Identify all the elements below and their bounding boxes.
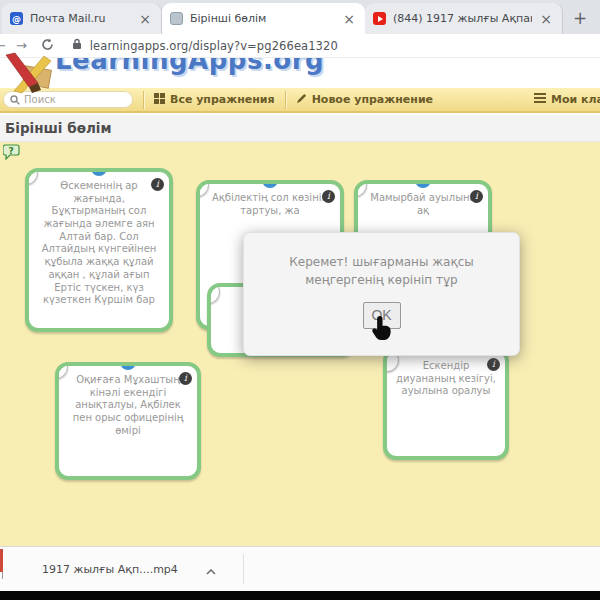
tab-mailru[interactable]: @ Почта Mail.ru × [2,3,162,34]
menu-my-classes[interactable]: Мои кла [534,93,600,106]
info-icon[interactable]: i [487,358,500,371]
menu-label: Все упражнения [170,93,275,106]
menu-all-exercises[interactable]: Все упражнения [154,93,275,107]
tab-title: Бірінші бөлім [190,12,335,25]
menu-divider [143,91,144,109]
close-icon[interactable]: × [538,13,554,25]
browser-window: @ Почта Mail.ru × Бірінші бөлім × (844) … [0,0,600,600]
bottom-black-bar [0,591,600,600]
exercise-card-4[interactable]: 4 i Оқиғаға Мұхаштың кінәлі екендігі аны… [55,362,201,480]
close-icon[interactable]: × [341,13,357,25]
mailru-icon: @ [10,12,23,25]
card-text: Ақбілектің сол көзінің тартуы, жа [207,192,333,217]
connector-dot[interactable] [262,180,278,188]
card-text: Өскеменнің ар жағында, Бұқтырманың сол ж… [36,180,162,307]
forward-icon[interactable]: → [16,38,27,53]
help-icon[interactable]: ? [3,144,21,164]
address-bar: ← → learningapps.org/display?v=pg266ea13… [0,34,600,58]
feedback-dialog: Керемет! шығарманы жақсы меңгергенің көр… [243,232,520,356]
svg-text:?: ? [8,146,13,156]
new-tab-button[interactable]: + [573,8,587,28]
list-icon [534,93,546,106]
info-icon[interactable]: i [322,190,335,203]
padlock-icon[interactable] [72,38,82,53]
download-bar: 1917 жылғы Ақп....mp4 [0,546,600,591]
card-text: Мамырбай ауылына ақ [365,192,481,217]
download-divider [243,554,244,584]
menu-divider [285,91,286,109]
grid-icon [154,93,165,107]
site-logo[interactable]: LearningApps.org [55,58,324,75]
site-header: LearningApps.org [0,58,600,88]
tab-youtube[interactable]: (844) 1917 жылғы Ақпан төңке: × [365,3,563,34]
menu-new-exercise[interactable]: Новое упражнение [296,93,433,107]
recording-artifact [0,549,3,572]
tab-learningapps[interactable]: Бірінші бөлім × [162,3,365,34]
pencil-brush-logo-icon [2,52,58,100]
info-icon[interactable]: i [470,190,483,203]
url-text[interactable]: learningapps.org/display?v=pg266ea1320 [90,39,338,53]
connector-dot[interactable] [120,362,136,370]
hand-cursor-icon [371,315,393,345]
page-title: Бірінші бөлім [0,113,600,142]
download-item[interactable]: 1917 жылғы Ақп....mp4 [42,563,178,576]
card-text: Оқиғаға Мұхаштың кінәлі екендігі анықтал… [66,374,190,437]
connector-dot[interactable] [91,168,107,176]
info-icon[interactable]: i [151,178,164,191]
connector-dot[interactable] [415,180,431,188]
card-text: Ескендір диуананың кезігуі, ауылына орал… [394,360,498,398]
tab-title: (844) 1917 жылғы Ақпан төңке: [393,12,532,25]
close-icon[interactable]: × [137,13,153,25]
menu-label: Мои кла [551,93,600,106]
exercise-card-6[interactable]: i Ескендір диуананың кезігуі, ауылына ор… [383,348,509,460]
menu-label: Новое упражнение [312,93,433,106]
info-icon[interactable]: i [179,372,192,385]
tab-bar: @ Почта Mail.ru × Бірінші бөлім × (844) … [0,0,600,34]
pencil-icon [296,93,307,107]
exercise-card-1[interactable]: 1 i Өскеменнің ар жағында, Бұқтырманың с… [25,168,173,332]
site-menu-bar: Все упражнения Новое упражнение Мои кла [0,88,600,113]
back-icon[interactable]: ← [0,38,6,53]
exercise-area: ? 1 i Өскеменнің ар жағында, Бұқтырманың… [0,142,600,546]
learningapps-favicon [170,12,183,25]
dialog-message: Керемет! шығарманы жақсы меңгергенің көр… [244,233,519,289]
youtube-icon [373,12,386,25]
tab-title: Почта Mail.ru [30,12,131,25]
chevron-up-icon[interactable] [206,560,216,579]
